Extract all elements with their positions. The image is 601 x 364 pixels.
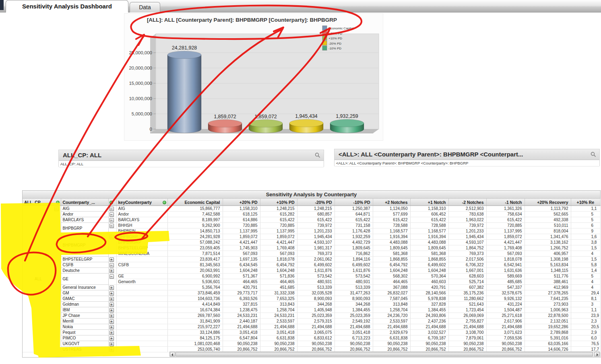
value-cell: 27,378,265: [525, 290, 571, 296]
key-counterparty-cell[interactable]: [116, 290, 167, 296]
key-counterparty-cell[interactable]: [116, 285, 167, 290]
value-cell: 90,050,238: [260, 341, 297, 347]
collapse-button[interactable]: −: [109, 263, 114, 267]
counterparty-cell[interactable]: BHPBGRP: [61, 223, 108, 234]
expand-button[interactable]: +: [109, 286, 114, 290]
key-counterparty-cell[interactable]: BHPBGRP: [116, 234, 167, 240]
counterparty-cell[interactable]: JP Chase: [61, 313, 108, 319]
header-economic-capital[interactable]: Economic Capital: [167, 199, 223, 206]
counterparty-cell[interactable]: GE: [61, 274, 108, 285]
counterparty-cell[interactable]: Nokia: [61, 324, 108, 330]
all-cp-collapse-button[interactable]: −: [54, 207, 59, 211]
key-counterparty-cell[interactable]: [116, 335, 167, 341]
header-plus20-recovery[interactable]: +20% Recovery: [525, 199, 571, 206]
scroll-left-button[interactable]: [170, 352, 175, 356]
header-minus20-pd[interactable]: -20% PD: [297, 199, 335, 206]
counterparty-cell[interactable]: CSFB: [61, 262, 108, 268]
counterparty-cell[interactable]: Deutsche: [61, 268, 108, 274]
header-minus1-notch[interactable]: -1 Notch: [486, 199, 525, 206]
counterparty-cell[interactable]: IBM: [61, 307, 108, 313]
key-counterparty-cell[interactable]: [116, 313, 167, 319]
key-counterparty-cell[interactable]: [116, 302, 167, 307]
key-counterparty-cell[interactable]: [116, 319, 167, 324]
expand-button[interactable]: +: [109, 331, 114, 335]
collapse-button[interactable]: −: [109, 224, 114, 228]
tab-data[interactable]: Data: [130, 2, 160, 12]
counterparty-cell[interactable]: Merrill: [61, 319, 108, 324]
counterparty-cell[interactable]: BHPSTEELGRP: [61, 257, 108, 262]
filter-header[interactable]: <ALL>: ALL <Counterparty Parent>: BHPBMG…: [335, 149, 599, 160]
collapse-button[interactable]: −: [109, 218, 114, 222]
key-counterparty-cell[interactable]: [116, 330, 167, 335]
expand-button[interactable]: +: [109, 336, 114, 341]
counterparty-cell[interactable]: PIMCO: [61, 335, 108, 341]
header-minus2-notches[interactable]: -2 Notches: [448, 199, 486, 206]
counterparty-cell[interactable]: AIG: [61, 206, 108, 212]
header-all-cp[interactable]: ALL_CP: [23, 199, 61, 206]
header-plus2-notches[interactable]: +2 Notches: [373, 199, 410, 206]
tab-sensitivity-analysis-dashboard[interactable]: Sensitivity Analysis Dashboard: [6, 0, 128, 12]
collapse-button[interactable]: −: [109, 235, 114, 239]
key-counterparty-cell[interactable]: BARCLAYS: [116, 217, 167, 223]
key-counterparty-cell[interactable]: MINESCONDIDA: [116, 251, 167, 257]
key-counterparty-cell[interactable]: [116, 324, 167, 330]
key-counterparty-cell[interactable]: [116, 307, 167, 313]
header-plus1-notch[interactable]: +1 Notch: [410, 199, 448, 206]
filter-header[interactable]: ALL_CP: ALL: [59, 150, 324, 161]
key-counterparty-cell[interactable]: [116, 268, 167, 274]
search-icon[interactable]: [591, 152, 596, 157]
key-counterparty-cell[interactable]: Andor: [116, 212, 167, 217]
key-counterparty-cell[interactable]: GE: [116, 274, 167, 279]
scrollbar-thumb[interactable]: [176, 352, 593, 356]
expand-button[interactable]: +: [109, 342, 114, 346]
header-minus10-pd[interactable]: -10% PD: [335, 199, 373, 206]
scroll-right-button[interactable]: [594, 352, 599, 356]
key-counterparty-cell[interactable]: [116, 341, 167, 347]
search-icon[interactable]: [315, 152, 320, 158]
collapse-button[interactable]: −: [109, 207, 114, 211]
expand-button[interactable]: +: [109, 325, 114, 329]
header-key-counterparty[interactable]: keyCounterparty: [116, 199, 167, 206]
key-counterparty-cell[interactable]: [116, 347, 167, 352]
filter-value[interactable]: <ALL>: ALL <Counterparty Parent>: BHPBMG…: [335, 160, 599, 167]
key-counterparty-cell[interactable]: BHPBMGRP: [116, 240, 167, 245]
key-counterparty-cell[interactable]: AIG: [116, 206, 167, 212]
counterparty-cell[interactable]: UKGOVT: [61, 341, 108, 347]
counterparty-cell[interactable]: Andor: [61, 212, 108, 217]
key-counterparty-cell[interactable]: BHPBFIN: [116, 228, 167, 234]
key-counterparty-cell[interactable]: [116, 296, 167, 302]
cylinder-bar[interactable]: [167, 55, 201, 133]
key-counterparty-cell[interactable]: BHHSH: [116, 223, 167, 228]
key-counterparty-cell[interactable]: [116, 257, 167, 262]
key-counterparty-cell[interactable]: BHPSTEELGRP: [116, 245, 167, 251]
expand-button[interactable]: +: [109, 314, 114, 318]
counterparty-cell[interactable]: GMAC: [61, 296, 108, 302]
header-plus10-pd[interactable]: +10% PD: [260, 199, 297, 206]
expand-button[interactable]: +: [109, 319, 114, 324]
expand-button[interactable]: +: [109, 308, 114, 313]
expand-button[interactable]: +: [109, 257, 114, 262]
counterparty-cell[interactable]: BARCLAYS: [61, 217, 108, 223]
counterparty-cell[interactable]: Pequot: [61, 330, 108, 335]
horizontal-scrollbar[interactable]: [169, 352, 600, 357]
counterparty-cell[interactable]: General Insurance: [61, 285, 108, 290]
counterparty-cell[interactable]: GM: [61, 290, 108, 296]
header-plus10-recovery-truncated[interactable]: +10% Re: [571, 199, 600, 206]
collapse-button[interactable]: −: [109, 212, 114, 217]
counterparty-cell[interactable]: BHPBMGRP: [61, 234, 108, 257]
expand-button[interactable]: +: [109, 291, 114, 296]
expand-button[interactable]: +: [109, 269, 114, 273]
filter-value[interactable]: ALL_CP: ALL: [59, 161, 324, 167]
counterparty-cell[interactable]: Goldman: [61, 302, 108, 307]
expand-button[interactable]: +: [109, 348, 114, 352]
key-counterparty-cell[interactable]: CSFB: [116, 262, 167, 268]
table-row: Goldman+4,414,849327,815313,843344,26834…: [23, 302, 600, 307]
value-cell: 1,945,434: [297, 234, 335, 240]
collapse-button[interactable]: −: [109, 274, 114, 279]
expand-button[interactable]: +: [109, 297, 114, 301]
key-counterparty-cell[interactable]: Genworth: [116, 279, 167, 285]
expand-button[interactable]: +: [109, 302, 114, 307]
counterparty-cell[interactable]: USTREAS: [61, 347, 108, 352]
header-counterparty[interactable]: Counterparty_...: [61, 199, 108, 206]
header-plus20-pd[interactable]: +20% PD: [223, 199, 260, 206]
